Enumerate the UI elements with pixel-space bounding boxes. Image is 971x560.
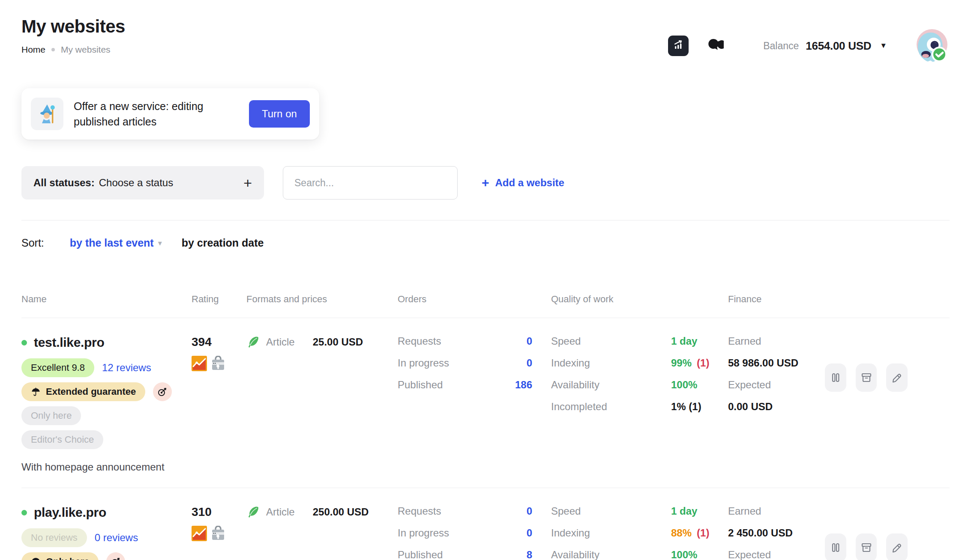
feather-icon xyxy=(246,505,260,519)
search-input[interactable] xyxy=(283,166,458,200)
edit-button[interactable] xyxy=(886,533,908,560)
quality-label: Speed xyxy=(551,505,671,517)
row-actions xyxy=(825,533,908,560)
homepage-announcement-note: With homepage announcement xyxy=(21,461,192,473)
site-name-link[interactable]: test.like.pro xyxy=(34,335,104,350)
rating-cell: 394 xyxy=(192,335,246,373)
quality-label: Indexing xyxy=(551,527,671,539)
expected-label: Expected xyxy=(728,549,825,560)
rating-cell: 310 xyxy=(192,505,246,543)
quality-value: 99% xyxy=(671,357,692,369)
topbar-right: Balance 1654.00 USD ▼ xyxy=(668,27,950,64)
my-websites-page: My websites Home My websites xyxy=(0,0,971,560)
orders-label: Published xyxy=(398,379,443,391)
breadcrumb-separator-dot xyxy=(51,48,55,51)
feather-icon xyxy=(246,335,260,349)
bar-chart-icon xyxy=(672,39,684,53)
stats-button[interactable] xyxy=(668,36,689,56)
earned-label: Earned xyxy=(728,505,825,517)
breadcrumb-home-link[interactable]: Home xyxy=(21,45,45,55)
sort-row: Sort: by the last event ▾ by creation da… xyxy=(21,237,950,249)
name-cell: play.like.pro No reviews 0 reviews Only … xyxy=(21,505,192,560)
rating-value: 310 xyxy=(192,505,246,519)
col-orders: Orders xyxy=(398,294,551,305)
analytics-icon[interactable] xyxy=(192,526,207,543)
quality-value: 100% xyxy=(671,549,697,560)
balance-label: Balance xyxy=(763,40,799,52)
reviews-link[interactable]: 0 reviews xyxy=(95,532,138,544)
webmaster-tools-icon[interactable] xyxy=(210,356,226,373)
col-finance: Finance xyxy=(728,294,825,305)
plus-icon: + xyxy=(243,176,252,190)
orders-value[interactable]: 186 xyxy=(515,379,532,391)
orders-label: Published xyxy=(398,549,443,560)
balance-dropdown[interactable]: Balance 1654.00 USD ▼ xyxy=(763,39,887,53)
pause-button[interactable] xyxy=(825,363,846,392)
formats-cell: Article 250.00 USD xyxy=(246,505,398,519)
col-name: Name xyxy=(21,294,192,305)
col-formats: Formats and prices xyxy=(246,294,398,305)
quality-value: 1 day xyxy=(671,335,697,347)
orders-value[interactable]: 0 xyxy=(527,357,532,369)
archive-icon xyxy=(860,542,872,554)
archive-button[interactable] xyxy=(856,363,877,392)
col-quality: Quality of work xyxy=(551,294,728,305)
analytics-icon[interactable] xyxy=(192,356,207,373)
archive-button[interactable] xyxy=(856,533,877,560)
orders-value[interactable]: 0 xyxy=(527,527,532,539)
extended-guarantee-badge: Extended guarantee xyxy=(21,382,145,401)
add-website-button[interactable]: + Add a website xyxy=(482,176,564,189)
dart-icon xyxy=(111,557,121,560)
pause-icon xyxy=(830,372,841,383)
orders-label: In progress xyxy=(398,527,449,539)
pause-icon xyxy=(830,542,841,553)
avatar-illustration xyxy=(913,27,950,64)
pause-button[interactable] xyxy=(825,533,846,560)
orders-label: Requests xyxy=(398,505,441,517)
quality-warning-count: (1) xyxy=(697,527,709,539)
turn-on-button[interactable]: Turn on xyxy=(249,100,310,128)
reviews-link[interactable]: 12 reviews xyxy=(102,362,151,374)
new-service-banner: Offer a new service: editing published a… xyxy=(21,88,319,140)
status-filter[interactable]: All statuses: Choose a status + xyxy=(21,166,264,200)
sort-label: Sort: xyxy=(21,237,44,249)
page-title: My websites xyxy=(21,16,125,37)
target-badge xyxy=(153,382,172,401)
format-price: 25.00 USD xyxy=(313,336,363,348)
quality-value: 1 day xyxy=(671,505,697,517)
format-type: Article xyxy=(266,506,295,518)
dart-icon xyxy=(157,387,168,397)
orders-value[interactable]: 0 xyxy=(527,335,532,347)
quality-warning-count: (1) xyxy=(697,357,709,369)
row-actions xyxy=(825,363,908,392)
quality-cell: Speed1 day Indexing88%(1) Availability10… xyxy=(551,505,728,560)
avatar[interactable] xyxy=(913,27,950,64)
sort-by-last-event[interactable]: by the last event xyxy=(70,237,154,249)
status-filter-value: Choose a status xyxy=(99,177,173,189)
expected-value: 0.00 USD xyxy=(728,401,825,413)
chevron-down-icon: ▾ xyxy=(158,238,162,248)
messages-button[interactable] xyxy=(704,36,725,56)
edit-button[interactable] xyxy=(886,363,908,392)
table-header: Name Rating Formats and prices Orders Qu… xyxy=(21,294,950,318)
webmaster-tools-icon[interactable] xyxy=(210,526,226,543)
earned-value: 58 986.00 USD xyxy=(728,357,825,369)
divider xyxy=(21,220,950,220)
sort-by-creation-date[interactable]: by creation date xyxy=(182,237,264,249)
only-here-tag: Only here xyxy=(21,406,81,425)
rating-badge: Excellent 9.8 xyxy=(21,358,94,377)
add-website-label: Add a website xyxy=(495,177,564,189)
site-name-link[interactable]: play.like.pro xyxy=(34,505,106,520)
breadcrumb: Home My websites xyxy=(21,45,125,55)
check-circle-icon xyxy=(31,557,41,560)
quality-label: Availability xyxy=(551,549,671,560)
editors-choice-tag: Editor's Choice xyxy=(21,430,103,449)
status-filter-label: All statuses: xyxy=(33,177,95,189)
format-price: 250.00 USD xyxy=(313,506,369,518)
orders-value[interactable]: 0 xyxy=(527,505,532,517)
filter-row: All statuses: Choose a status + + Add a … xyxy=(21,166,950,200)
plus-icon: + xyxy=(482,176,489,189)
pencil-icon xyxy=(891,372,903,384)
orders-value[interactable]: 8 xyxy=(527,549,532,560)
finance-cell: Earned 58 986.00 USD Expected 0.00 USD xyxy=(728,335,825,423)
